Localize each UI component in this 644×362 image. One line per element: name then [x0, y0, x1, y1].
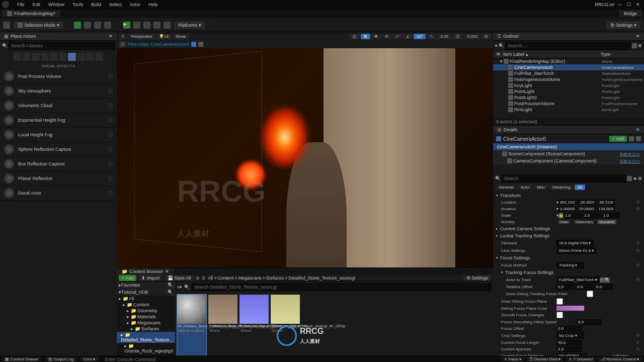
cb-search-input[interactable]: [192, 283, 491, 291]
browse-icon[interactable]: [636, 136, 641, 141]
actor-track-dropdown[interactable]: FullPillar_ManTorch ▾: [556, 277, 600, 283]
reset-icon[interactable]: ↺: [636, 347, 641, 352]
content-drawer-button[interactable]: ▦ Content Drawer: [2, 357, 41, 361]
outliner-row[interactable]: CineCameraActor0CineCameraActor: [493, 64, 644, 70]
breadcrumb-item[interactable]: All: [208, 276, 213, 281]
nav-back-icon[interactable]: ⊙: [196, 276, 200, 281]
menu-build[interactable]: Build: [87, 2, 105, 7]
stop-icon[interactable]: [143, 22, 150, 29]
place-actor-item[interactable]: Planar Reflectionⓘ: [0, 171, 117, 186]
filter-icon[interactable]: [627, 176, 632, 181]
place-actor-item[interactable]: Post Process Volumeⓘ: [0, 69, 117, 84]
tree-row[interactable]: ▸ 📁 Granite_Rock_wgeq0g3: [117, 343, 175, 354]
cat-icon[interactable]: [50, 53, 58, 61]
location-z[interactable]: [597, 200, 615, 205]
off-z[interactable]: [595, 284, 613, 290]
add-content-icon[interactable]: [74, 22, 81, 29]
nav-fwd-icon[interactable]: ⊙: [202, 276, 206, 281]
place-actor-item[interactable]: Local Height Fogⓘ: [0, 128, 117, 142]
outliner-row[interactable]: FullPillar_ManTorchStaticMeshActor: [493, 70, 644, 76]
outliner-root[interactable]: ▾ FinalRenderingMap (Editor) World: [493, 58, 644, 64]
outliner-tab[interactable]: ☰ Outliner ✕: [493, 32, 644, 41]
cat-icon-vfx[interactable]: [68, 53, 76, 61]
marketplace-icon[interactable]: [84, 22, 91, 29]
step-icon[interactable]: [153, 22, 160, 29]
snap-icon[interactable]: ◫: [350, 34, 360, 39]
lit-dropdown[interactable]: 💡Lit: [156, 34, 171, 39]
play-icon[interactable]: ▶: [123, 22, 130, 29]
outliner-row[interactable]: HeterogeneousVolumeHeterogeneousVolume: [493, 76, 644, 82]
tree-row[interactable]: ▸ 📁 Megascans: [117, 320, 175, 326]
off-y[interactable]: [576, 284, 594, 290]
transform-move-icon[interactable]: ✥: [371, 34, 381, 39]
filter-all[interactable]: All: [575, 185, 585, 190]
gear-icon[interactable]: ⚙: [638, 43, 642, 48]
filter-general[interactable]: General: [496, 185, 516, 190]
unsaved-button[interactable]: ⚠ 7 Unsaved: [566, 357, 595, 361]
outliner-search[interactable]: [505, 42, 631, 50]
menu-help[interactable]: Help: [144, 2, 162, 7]
lens-dropdown[interactable]: 50mm Prime f/1.8 ▾: [556, 247, 596, 254]
settings-dropdown[interactable]: ⚙ Settings ▾: [606, 21, 641, 30]
place-actors-search[interactable]: [9, 42, 115, 50]
menu-file[interactable]: File: [13, 2, 29, 7]
save-icon[interactable]: [3, 22, 10, 29]
cat-icon[interactable]: [14, 53, 22, 61]
place-actor-item[interactable]: Box Reflection Captureⓘ: [0, 157, 117, 171]
lock-icon[interactable]: 🔒: [558, 213, 564, 218]
section-transform[interactable]: Transform: [493, 192, 644, 199]
reset-icon[interactable]: ↺: [636, 248, 641, 253]
smooth-checkbox[interactable]: [556, 312, 563, 318]
cat-icon[interactable]: [86, 53, 94, 61]
maximize-icon[interactable]: ☐: [625, 2, 633, 7]
cam-speed-value[interactable]: 0.033: [464, 34, 480, 39]
reset-icon[interactable]: ↺: [636, 340, 641, 345]
platforms-dropdown[interactable]: Platforms ▾: [174, 21, 206, 30]
cat-icon[interactable]: [77, 53, 85, 61]
draw-plane-checkbox[interactable]: [556, 298, 563, 305]
blueprint-icon[interactable]: [94, 22, 101, 29]
lock-icon[interactable]: [198, 42, 203, 47]
cb-settings-button[interactable]: ⚙ Settings: [463, 275, 491, 281]
bridge-tab[interactable]: Bridge: [619, 10, 642, 17]
cat-icon[interactable]: [41, 53, 49, 61]
rotation-y[interactable]: [578, 206, 596, 212]
transform-rotate-icon[interactable]: ⟲: [382, 34, 391, 39]
minimize-icon[interactable]: —: [615, 2, 624, 7]
off-x[interactable]: [556, 284, 575, 290]
pick-icon[interactable]: ⊹: [600, 278, 605, 283]
cb-add-button[interactable]: + Add: [119, 275, 136, 281]
component-instance[interactable]: CineCameraActor0 (Instance): [493, 143, 644, 150]
favorite-icon[interactable]: ★: [633, 176, 637, 181]
snap-scale-value[interactable]: 0.25: [437, 34, 451, 39]
tree-row[interactable]: ▸ 📁 All: [117, 296, 175, 302]
outliner-row[interactable]: PointLight2PointLight: [493, 95, 644, 101]
outliner-row[interactable]: PostProcessVolumePostProcessVolume: [493, 101, 644, 107]
location-x[interactable]: [558, 200, 577, 205]
hierarchy-icon[interactable]: [629, 136, 634, 141]
vp-menu-icon[interactable]: ≡: [119, 34, 127, 39]
component-camera[interactable]: CameraComponent (CameraComponent) Edit i…: [493, 157, 644, 164]
scale-x[interactable]: [564, 213, 582, 218]
cat-icon[interactable]: [23, 53, 31, 61]
pause-icon[interactable]: [133, 22, 140, 29]
filter-icon[interactable]: ≡▾: [177, 285, 182, 290]
cb-save-all-button[interactable]: 💾 Save All: [165, 275, 194, 281]
snap-angle-icon[interactable]: ∠: [403, 34, 413, 39]
section-focus-settings[interactable]: Focus Settings: [493, 254, 644, 261]
mobility-movable[interactable]: Movable: [597, 219, 617, 225]
edit-cpp-link[interactable]: Edit in C++: [620, 159, 640, 163]
outliner-row[interactable]: PointLightPointLight: [493, 88, 644, 95]
plane-color-swatch[interactable]: [556, 306, 584, 311]
close-tab-icon[interactable]: ✕: [636, 127, 640, 132]
menu-tools[interactable]: Tools: [68, 2, 87, 7]
transform-scale-icon[interactable]: ⤢: [392, 34, 402, 39]
details-search[interactable]: [502, 174, 626, 183]
close-tab-icon[interactable]: ✕: [109, 34, 113, 39]
content-browser-tab[interactable]: 📁 Content Browser ✕: [117, 268, 174, 275]
focus-method-dropdown[interactable]: Tracking ▾: [556, 262, 584, 268]
place-actor-item[interactable]: Volumetric Cloudⓘ: [0, 99, 117, 113]
outliner-row[interactable]: KeyLightPointLight: [493, 82, 644, 88]
asset-thumbnail[interactable]: T_Detailed_Stone_Texture_xeuncgt_4K_ORDp…: [271, 295, 300, 362]
rotation-x[interactable]: [558, 206, 577, 212]
